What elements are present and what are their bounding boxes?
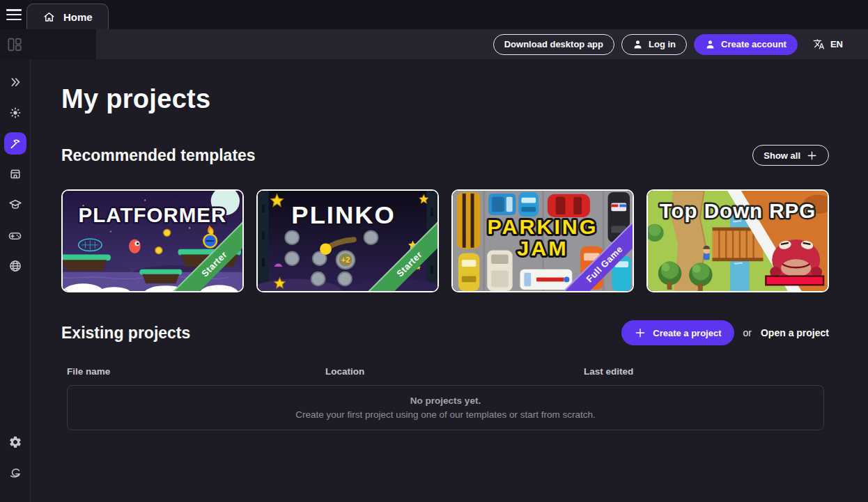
column-location: Location [325,366,584,377]
plinko-title: PLINKO [291,201,395,229]
menu-icon[interactable] [6,9,22,20]
plinko-artwork: +2 PLINKO [258,191,437,291]
platformer-artwork: PLATFORMER [63,191,242,291]
community-icon[interactable] [4,255,26,277]
get-started-icon[interactable] [4,102,26,124]
plinko-peg-label: +2 [341,256,350,264]
column-file-name: File name [67,366,325,377]
layout-panels-icon[interactable] [7,37,22,52]
tab-bar: Home [0,0,868,29]
person-icon [633,39,643,49]
recommended-templates-heading: Recommended templates [61,146,256,165]
page-title: My projects [61,84,829,114]
gdevelop-logo-icon[interactable] [4,462,26,484]
download-desktop-app-button[interactable]: Download desktop app [493,34,614,55]
empty-projects-placeholder: No projects yet. Create your first proje… [67,385,824,430]
template-cards: PLATFORMER Starter [61,189,829,292]
person-icon [705,39,715,49]
learn-icon[interactable] [4,194,26,216]
projects-table-header: File name Location Last edited [61,366,829,377]
pickaxe-icon [8,137,22,150]
home-icon [42,10,56,24]
toolbar-left-area [0,29,96,59]
plus-icon [634,327,646,339]
template-card-parking-jam[interactable]: PARKING JAM Full Game [451,189,634,292]
language-label: EN [830,39,843,49]
or-text: or [743,327,752,338]
tab-home[interactable]: Home [26,3,109,29]
play-icon[interactable] [4,224,26,246]
column-last-edited: Last edited [584,366,633,377]
language-selector[interactable]: EN [813,38,843,50]
toolbar: Download desktop app Log in Create accou… [0,29,868,59]
parking-jam-title-line2: JAM [517,237,568,260]
login-button[interactable]: Log in [621,34,687,55]
template-card-top-down-rpg[interactable]: Top Down RPG [646,189,829,292]
sidebar-item-build[interactable] [4,132,26,155]
tab-home-label: Home [63,11,93,23]
open-project-link[interactable]: Open a project [761,327,829,338]
existing-projects-heading: Existing projects [61,324,190,343]
shop-icon[interactable] [4,163,26,185]
empty-state-subtitle: Create your first project using one of o… [295,409,596,420]
expand-sidebar-icon[interactable] [4,71,26,93]
toolbar-actions: Download desktop app Log in Create accou… [493,34,868,55]
plus-icon [806,150,818,162]
sidebar [0,59,31,502]
create-project-button[interactable]: Create a project [621,320,734,345]
top-down-rpg-title: Top Down RPG [660,199,816,222]
platformer-title: PLATFORMER [79,203,227,226]
template-card-plinko[interactable]: +2 PLINKO Starter [256,189,439,292]
top-down-rpg-artwork: Top Down RPG [648,191,828,291]
empty-state-title: No projects yet. [410,395,481,406]
translate-icon [813,38,825,50]
parking-jam-artwork: PARKING JAM [453,191,633,291]
parking-jam-title-line1: PARKING [487,215,598,238]
main-content: My projects Recommended templates Show a… [31,59,868,502]
sidebar-bottom [4,431,26,502]
template-card-platformer[interactable]: PLATFORMER Starter [61,189,244,292]
show-all-button[interactable]: Show all [752,145,829,166]
settings-icon[interactable] [4,431,26,453]
create-account-button[interactable]: Create account [694,34,798,55]
